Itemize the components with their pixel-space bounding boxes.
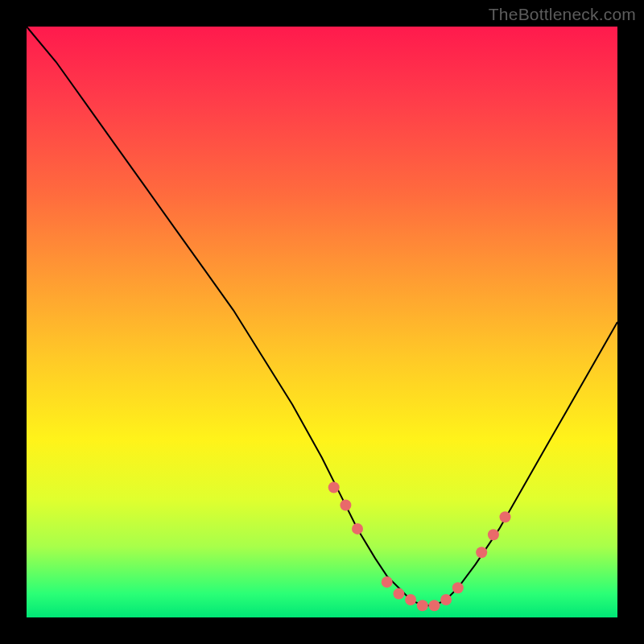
curve-marker	[500, 511, 511, 522]
marker-group	[328, 482, 511, 612]
curve-marker	[328, 482, 340, 493]
curve-marker	[452, 582, 464, 593]
chart-svg	[27, 27, 617, 617]
curve-marker	[429, 600, 440, 611]
curve-marker	[382, 576, 393, 588]
plot-area	[27, 27, 617, 617]
watermark-text: TheBottleneck.com	[489, 5, 636, 24]
curve-marker	[488, 529, 499, 540]
curve-marker	[476, 547, 487, 558]
curve-marker	[417, 600, 428, 611]
bottleneck-curve	[27, 27, 617, 605]
chart-frame: TheBottleneck.com	[0, 0, 644, 644]
curve-marker	[440, 594, 452, 605]
curve-marker	[352, 523, 363, 535]
curve-marker	[405, 594, 416, 605]
curve-marker	[340, 500, 351, 511]
curve-marker	[393, 588, 404, 600]
